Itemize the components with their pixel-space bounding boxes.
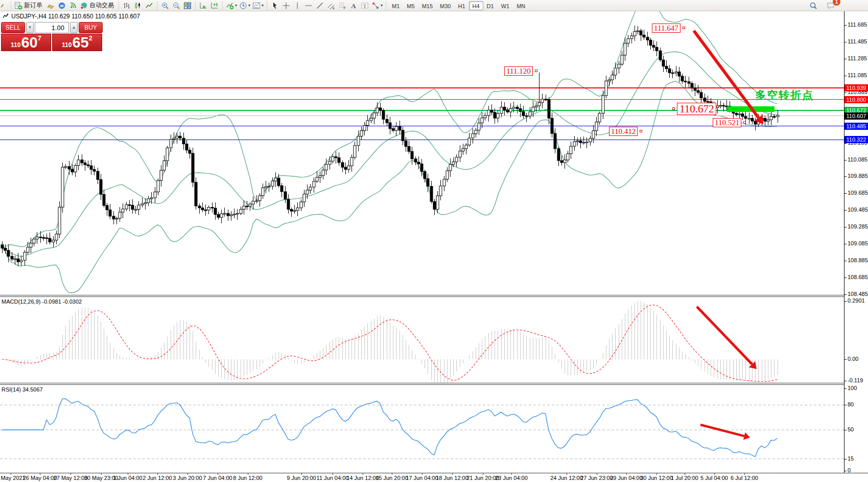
price-tag[interactable]: 110.412 [609, 127, 638, 136]
trendline-tool-button[interactable] [314, 1, 325, 11]
time-axis-label: 14 Jun 12:00 [346, 475, 379, 481]
buy-price-button[interactable]: 110652 [52, 34, 102, 51]
rsi-axis-tick [844, 459, 847, 460]
line-chart-button[interactable] [144, 1, 155, 11]
time-axis-label: 15 Jun 20:00 [376, 475, 408, 481]
rsi-axis-tick [844, 430, 847, 430]
crosshair-tool-button[interactable] [280, 1, 292, 11]
bull-bear-annotation-text[interactable]: 多空转折点 [755, 88, 814, 102]
toolbar-separator [222, 2, 223, 10]
rsi-indicator-label: RSI(14) 34.5067 [2, 386, 43, 393]
sell-price-pips: 60 [21, 35, 37, 50]
templates-button[interactable]: ▾ [251, 1, 265, 11]
tile-windows-button[interactable] [182, 1, 193, 11]
macd-axis-label: -0.119 [848, 377, 863, 383]
toolbar-right-group: 1 [808, 1, 836, 11]
sell-button[interactable]: SELL [1, 22, 25, 33]
time-axis[interactable]: 4 May 202126 May 04:0027 May 12:0030 May… [0, 473, 868, 482]
main-toolbar: 新订单M自动交易▾▾▾EFAT▾M1M5M15M30H1H4D1W1MN1 [0, 0, 868, 11]
mt4-window: 新订单M自动交易▾▾▾EFAT▾M1M5M15M30H1H4D1W1MN1 11… [0, 0, 868, 482]
notifications-button[interactable]: 1 [825, 1, 836, 11]
auto-trading-button-label: 自动交易 [89, 1, 114, 10]
price-tag[interactable]: 111.120 [504, 66, 533, 76]
panel-separator[interactable] [0, 383, 844, 385]
lot-increase-button[interactable]: ▲ [70, 22, 78, 33]
timeframe-button-d1[interactable]: D1 [483, 1, 498, 10]
zoom-in-button[interactable] [159, 1, 171, 11]
price-tag[interactable]: 111.647 [652, 24, 681, 33]
time-axis-label: 26 May 04:00 [23, 475, 57, 481]
chevron-down-icon: ▾ [381, 3, 383, 8]
text-label-tool-button[interactable]: T [359, 1, 370, 11]
market-watch-icon[interactable] [45, 1, 56, 11]
time-axis-label: 7 Jun 04:00 [203, 475, 232, 481]
lot-size-input[interactable] [35, 22, 69, 33]
time-axis-label: 27 May 12:00 [54, 475, 88, 481]
chart-glyph-icon [3, 13, 9, 20]
cursor-tool-button[interactable] [269, 1, 280, 11]
price-tag[interactable]: 110.672 [677, 103, 716, 115]
macd-axis-label: 0.2901 [848, 297, 865, 304]
price-axis-tick [844, 42, 847, 42]
time-axis-label: 29 Jun 04:00 [610, 475, 643, 481]
macd-indicator-label: MACD(12,26,9) -0.0981 -0.0302 [2, 299, 82, 305]
svg-text:E: E [333, 7, 335, 10]
symbol-ohlc-text: USDJPY-,H4 110.629 110.650 110.605 110.6… [11, 13, 140, 20]
sell-price-prefix: 110 [11, 40, 20, 50]
chevron-down-icon: ▾ [262, 3, 264, 8]
time-axis-label: 17 Jun 04:00 [406, 475, 438, 481]
panel-separator[interactable] [0, 295, 844, 297]
macd-panel-canvas[interactable] [0, 297, 844, 383]
buy-price-prefix: 110 [62, 40, 72, 50]
chart-shift-button[interactable] [209, 1, 220, 11]
text-tool-button[interactable]: A [348, 1, 359, 11]
vertical-line-tool-button[interactable] [292, 1, 303, 11]
periods-button[interactable]: ▾ [238, 1, 251, 11]
price-axis-label: 109.685 [848, 190, 868, 196]
auto-scroll-button[interactable] [198, 1, 209, 11]
main-chart-canvas[interactable] [0, 11, 844, 295]
timeframe-button-m5[interactable]: M5 [403, 1, 418, 10]
time-axis-label: 6 Jul 12:00 [731, 475, 758, 481]
time-axis-label: 4 May 2021 [0, 475, 26, 481]
community-icon[interactable]: M [56, 1, 67, 11]
fibonacci-tool-button[interactable]: F [337, 1, 348, 11]
chevron-down-icon: ▾ [248, 3, 250, 8]
time-axis-label: 30 Jun 12:00 [640, 475, 673, 481]
timeframe-button-m30[interactable]: M30 [436, 1, 454, 10]
horizontal-line-tool-button[interactable] [303, 1, 314, 11]
candlestick-chart-button[interactable] [132, 1, 144, 11]
auto-trading-button[interactable]: 自动交易 [79, 1, 116, 11]
new-order-button[interactable]: 新订单 [13, 1, 45, 11]
price-axis-badge: 110.607 [844, 112, 868, 120]
buy-button[interactable]: BUY [79, 22, 103, 33]
indicators-button[interactable]: ▾ [225, 1, 238, 11]
sell-price-button[interactable]: 110607 [1, 34, 51, 51]
sell-price-point: 7 [38, 35, 41, 41]
rsi-panel-canvas[interactable] [0, 385, 844, 473]
equidistant-channel-tool-button[interactable]: E [325, 1, 337, 11]
signals-icon[interactable] [67, 1, 79, 11]
tag-anchor-square [535, 70, 537, 72]
price-axis-badge: 110.800 [844, 96, 868, 103]
chevron-down-icon: ▾ [235, 3, 237, 8]
zoom-out-button[interactable] [171, 1, 182, 11]
timeframe-button-mn[interactable]: MN [513, 1, 529, 10]
bar-chart-button[interactable] [121, 1, 132, 11]
one-click-trading-panel: SELL ▼ ▲ BUY 110607 110652 [1, 22, 103, 51]
arrows-tool-button[interactable]: ▾ [370, 1, 384, 11]
price-axis-label: 110.085 [848, 156, 867, 163]
toolbar-separator [386, 2, 386, 10]
timeframe-button-h4[interactable]: H4 [469, 1, 483, 10]
search-button[interactable] [808, 1, 819, 11]
timeframe-button-w1[interactable]: W1 [498, 1, 513, 10]
price-axis-tick [844, 59, 847, 59]
price-tag[interactable]: 110.521 [713, 118, 741, 127]
timeframe-button-m1[interactable]: M1 [388, 1, 403, 10]
timeframe-button-m15[interactable]: M15 [418, 1, 436, 10]
price-axis-label: 111.685 [848, 21, 867, 28]
lot-decrease-button[interactable]: ▼ [26, 22, 34, 33]
timeframe-button-h1[interactable]: H1 [454, 1, 468, 10]
tag-anchor-square [672, 107, 675, 110]
price-axis-tick [844, 210, 847, 211]
